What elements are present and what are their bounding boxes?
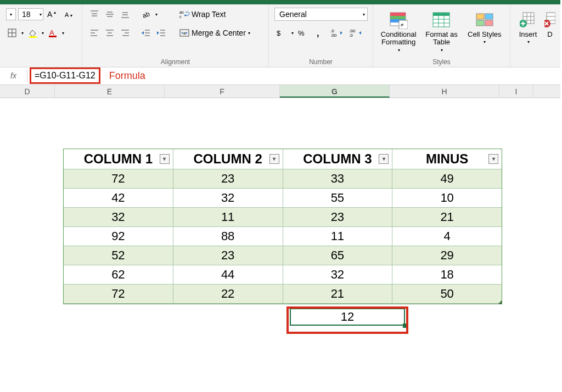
comma-format-icon[interactable]: ,	[312, 26, 327, 39]
col-header-G[interactable]: G	[280, 85, 390, 98]
svg-rect-9	[49, 36, 57, 37]
table-row: 92 88 11 4	[64, 227, 502, 246]
svg-rect-68	[485, 20, 493, 26]
font-name-dropdown-caret[interactable]: ▾	[6, 8, 16, 20]
chevron-down-icon[interactable]: ▾	[42, 31, 44, 36]
table-cell[interactable]: 23	[283, 208, 393, 227]
insert-button[interactable]: Insert ▾	[516, 8, 540, 47]
table-cell[interactable]: 62	[64, 265, 173, 285]
col-header-F[interactable]: F	[165, 85, 280, 98]
chevron-down-icon[interactable]: ▾	[291, 31, 294, 36]
font-color-icon[interactable]: A	[46, 26, 59, 39]
table-cell[interactable]: 88	[173, 227, 283, 246]
wrap-text-button[interactable]: abc Wrap Text	[177, 8, 229, 21]
align-center-icon[interactable]	[103, 26, 116, 39]
table-cell[interactable]: 21	[283, 285, 393, 304]
cell-styles-button[interactable]: Cell Styles ▾	[465, 8, 504, 47]
table-cell[interactable]: 52	[64, 246, 173, 265]
table-cell[interactable]: 72	[64, 285, 173, 304]
table-row: 52 23 65 29	[64, 246, 502, 265]
increase-font-icon[interactable]: A▴	[46, 8, 60, 21]
table-cell[interactable]: 10	[392, 189, 502, 208]
table-cell[interactable]: 11	[173, 208, 283, 227]
svg-marker-49	[340, 31, 342, 35]
excel-window: ▾ 18 ▾ A▴ A▾ ▾	[0, 0, 562, 392]
percent-format-icon[interactable]: %	[296, 26, 310, 39]
table-cell[interactable]: 23	[173, 169, 283, 189]
table-row: 42 32 55 10	[64, 189, 502, 208]
font-size-combo[interactable]: 18 ▾	[18, 8, 43, 20]
svg-text:a: a	[183, 31, 186, 36]
formula-annotation: Formula	[109, 70, 145, 82]
table-cell[interactable]: 92	[64, 227, 173, 246]
table-cell[interactable]: 23	[173, 246, 283, 265]
table-cell[interactable]: 21	[392, 208, 502, 227]
align-bottom-icon[interactable]	[119, 8, 132, 21]
table-cell[interactable]: 22	[173, 285, 283, 304]
table-row: 32 11 23 21	[64, 208, 502, 227]
table-resize-handle-icon[interactable]	[498, 300, 502, 304]
fill-handle-icon[interactable]	[403, 323, 407, 328]
cells-group-fragment: Insert ▾ D	[510, 4, 562, 67]
conditional-formatting-button[interactable]: ≠ Conditional Formatting ▾	[379, 8, 418, 55]
svg-text:A: A	[47, 10, 53, 19]
align-right-icon[interactable]	[119, 26, 132, 39]
filter-dropdown-icon[interactable]: ▾	[160, 154, 170, 164]
table-cell[interactable]: 55	[283, 189, 393, 208]
align-left-icon[interactable]	[88, 26, 101, 39]
number-group: General ▾ $▾ % , .0.00 .00.0 Number	[269, 4, 373, 67]
filter-dropdown-icon[interactable]: ▾	[379, 154, 389, 164]
decrease-indent-icon[interactable]	[139, 26, 153, 39]
title-bar-strip	[0, 0, 562, 4]
filter-dropdown-icon[interactable]: ▾	[488, 154, 498, 164]
fx-icon[interactable]: fx	[0, 69, 27, 82]
delete-button-fragment[interactable]: D	[543, 8, 557, 41]
merge-center-button[interactable]: a Merge & Center ▾	[177, 26, 253, 39]
table-cell[interactable]: 18	[392, 265, 502, 285]
fill-color-icon[interactable]	[26, 26, 39, 39]
table-cell[interactable]: 72	[64, 169, 173, 189]
align-top-icon[interactable]	[88, 8, 101, 21]
chevron-down-icon[interactable]: ▾	[21, 31, 24, 36]
table-cell[interactable]: 32	[283, 265, 393, 285]
format-as-table-button[interactable]: Format as Table ▾	[422, 8, 461, 55]
col-header-I[interactable]: I	[499, 85, 533, 98]
table-cell[interactable]: 65	[283, 246, 393, 265]
svg-text:,: ,	[317, 29, 319, 38]
table-cell[interactable]: 11	[283, 227, 393, 246]
table-header[interactable]: COLUMN 2 ▾	[173, 149, 283, 169]
table-cell[interactable]: 42	[64, 189, 173, 208]
orientation-icon[interactable]: ab	[139, 8, 153, 21]
table-cell[interactable]: 44	[173, 265, 283, 285]
worksheet-grid[interactable]: COLUMN 1 ▾ COLUMN 2 ▾ COLUMN 3 ▾ MINUS ▾…	[0, 98, 562, 392]
align-middle-icon[interactable]	[103, 8, 116, 21]
decrease-decimal-icon[interactable]: .00.0	[347, 26, 364, 39]
col-header-H[interactable]: H	[390, 85, 499, 98]
formula-input[interactable]: =G10-G11-G12	[35, 71, 95, 80]
table-cell[interactable]: 29	[392, 246, 502, 265]
chevron-down-icon: ▾	[40, 12, 42, 17]
number-format-combo[interactable]: General ▾	[274, 8, 368, 21]
table-header[interactable]: COLUMN 1 ▾	[64, 149, 173, 169]
table-cell[interactable]: 32	[173, 189, 283, 208]
col-header-E[interactable]: E	[55, 85, 165, 98]
table-cell[interactable]: 32	[64, 208, 173, 227]
svg-marker-32	[142, 31, 144, 35]
svg-rect-66	[485, 14, 493, 19]
table-cell[interactable]: 4	[392, 227, 502, 246]
table-cell[interactable]: 49	[392, 169, 502, 189]
table-cell[interactable]: 50	[392, 285, 502, 304]
increase-decimal-icon[interactable]: .0.00	[329, 26, 345, 39]
chevron-down-icon[interactable]: ▾	[155, 12, 158, 17]
active-cell[interactable]: 12	[290, 308, 405, 326]
table-header[interactable]: COLUMN 3 ▾	[283, 149, 393, 169]
filter-dropdown-icon[interactable]: ▾	[269, 154, 279, 164]
chevron-down-icon[interactable]: ▾	[62, 31, 64, 36]
borders-icon[interactable]	[5, 26, 19, 39]
increase-indent-icon[interactable]	[155, 26, 168, 39]
accounting-format-icon[interactable]: $	[274, 26, 289, 39]
col-header-D[interactable]: D	[0, 85, 55, 98]
decrease-font-icon[interactable]: A▾	[62, 8, 76, 21]
table-header[interactable]: MINUS ▾	[392, 149, 502, 169]
table-cell[interactable]: 33	[283, 169, 393, 189]
